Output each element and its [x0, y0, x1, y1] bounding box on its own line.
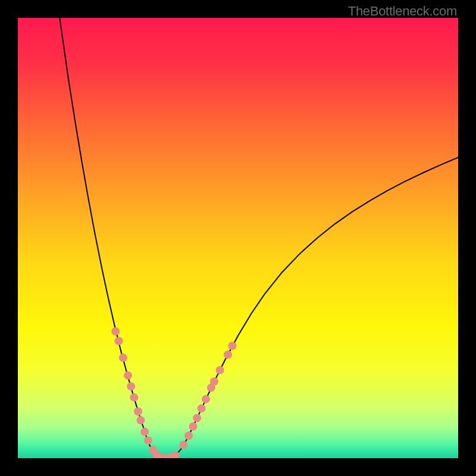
svg-point-10: [144, 436, 152, 444]
svg-point-19: [189, 422, 198, 431]
svg-point-7: [134, 408, 142, 416]
svg-point-5: [127, 382, 135, 390]
svg-point-1: [111, 327, 120, 336]
svg-point-26: [224, 350, 232, 359]
svg-point-22: [202, 395, 210, 403]
svg-point-21: [198, 404, 206, 412]
svg-point-6: [130, 393, 138, 402]
svg-point-17: [179, 441, 187, 449]
chart-frame: TheBottleneck.com: [0, 0, 476, 476]
watermark-text: TheBottleneck.com: [348, 4, 457, 19]
svg-point-3: [119, 353, 127, 362]
svg-point-9: [140, 428, 149, 436]
bottleneck-curve: [60, 18, 458, 458]
svg-point-27: [228, 342, 236, 350]
svg-point-8: [136, 416, 145, 424]
svg-point-20: [193, 414, 201, 422]
svg-point-2: [114, 337, 123, 345]
svg-point-4: [124, 371, 132, 380]
plot-area: [18, 18, 458, 458]
highlight-markers: [111, 327, 236, 458]
svg-point-24: [210, 377, 218, 386]
chart-overlay: [18, 18, 458, 458]
svg-point-25: [216, 366, 224, 374]
svg-point-18: [184, 431, 193, 440]
